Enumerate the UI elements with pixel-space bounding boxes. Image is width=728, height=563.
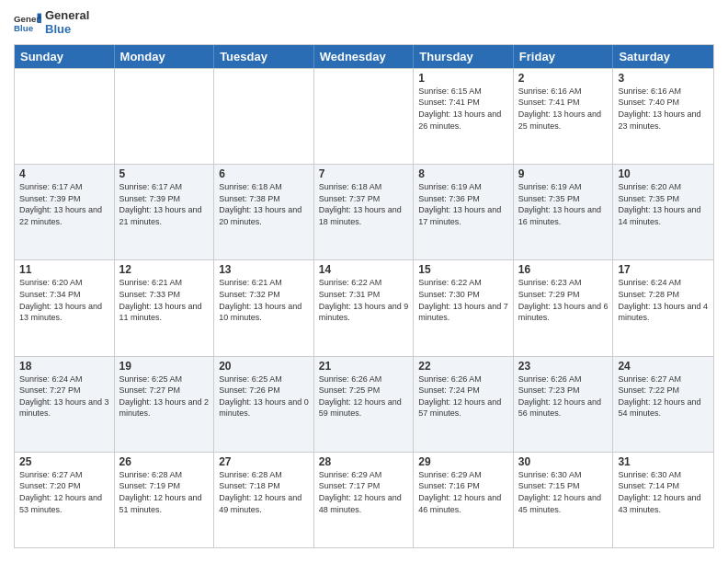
day-info: Sunrise: 6:30 AM Sunset: 7:14 PM Dayligh… xyxy=(618,469,709,515)
day-cell-4: 4Sunrise: 6:17 AM Sunset: 7:39 PM Daylig… xyxy=(15,165,115,259)
logo-blue: Blue xyxy=(45,23,119,37)
day-cell-empty-3 xyxy=(314,69,415,164)
header-day-sunday: Sunday xyxy=(15,45,115,68)
day-info: Sunrise: 6:19 AM Sunset: 7:36 PM Dayligh… xyxy=(418,181,508,227)
day-number: 11 xyxy=(19,263,109,276)
day-cell-17: 17Sunrise: 6:24 AM Sunset: 7:28 PM Dayli… xyxy=(613,260,713,355)
day-info: Sunrise: 6:24 AM Sunset: 7:27 PM Dayligh… xyxy=(19,373,109,419)
day-number: 18 xyxy=(19,360,109,373)
day-cell-27: 27Sunrise: 6:28 AM Sunset: 7:18 PM Dayli… xyxy=(214,453,314,547)
day-number: 27 xyxy=(219,455,309,468)
day-number: 26 xyxy=(119,455,210,468)
header-day-friday: Friday xyxy=(514,45,614,68)
day-cell-14: 14Sunrise: 6:22 AM Sunset: 7:31 PM Dayli… xyxy=(314,260,415,355)
day-number: 23 xyxy=(518,360,609,373)
day-info: Sunrise: 6:19 AM Sunset: 7:35 PM Dayligh… xyxy=(518,181,609,227)
day-cell-22: 22Sunrise: 6:26 AM Sunset: 7:24 PM Dayli… xyxy=(414,357,514,452)
day-number: 21 xyxy=(319,360,409,373)
day-cell-18: 18Sunrise: 6:24 AM Sunset: 7:27 PM Dayli… xyxy=(15,357,115,452)
day-number: 5 xyxy=(119,167,210,180)
day-info: Sunrise: 6:20 AM Sunset: 7:35 PM Dayligh… xyxy=(618,181,709,227)
day-info: Sunrise: 6:18 AM Sunset: 7:38 PM Dayligh… xyxy=(219,181,309,227)
day-cell-13: 13Sunrise: 6:21 AM Sunset: 7:32 PM Dayli… xyxy=(214,260,314,355)
calendar-header: SundayMondayTuesdayWednesdayThursdayFrid… xyxy=(15,45,713,68)
calendar: SundayMondayTuesdayWednesdayThursdayFrid… xyxy=(14,44,714,548)
day-cell-15: 15Sunrise: 6:22 AM Sunset: 7:30 PM Dayli… xyxy=(414,260,514,355)
day-cell-3: 3Sunrise: 6:16 AM Sunset: 7:40 PM Daylig… xyxy=(613,69,713,164)
header-day-monday: Monday xyxy=(115,45,215,68)
day-number: 29 xyxy=(418,455,508,468)
day-number: 6 xyxy=(219,167,309,180)
day-number: 2 xyxy=(518,72,609,85)
day-info: Sunrise: 6:22 AM Sunset: 7:31 PM Dayligh… xyxy=(319,277,409,323)
day-info: Sunrise: 6:23 AM Sunset: 7:29 PM Dayligh… xyxy=(518,277,609,323)
day-number: 10 xyxy=(618,167,709,180)
day-number: 17 xyxy=(618,263,709,276)
day-number: 19 xyxy=(119,360,210,373)
day-cell-5: 5Sunrise: 6:17 AM Sunset: 7:39 PM Daylig… xyxy=(115,165,215,259)
week-row-1: 1Sunrise: 6:15 AM Sunset: 7:41 PM Daylig… xyxy=(15,68,713,164)
week-row-4: 18Sunrise: 6:24 AM Sunset: 7:27 PM Dayli… xyxy=(15,356,713,452)
day-info: Sunrise: 6:29 AM Sunset: 7:16 PM Dayligh… xyxy=(418,469,508,515)
header-day-saturday: Saturday xyxy=(613,45,713,68)
day-info: Sunrise: 6:28 AM Sunset: 7:19 PM Dayligh… xyxy=(119,469,210,515)
day-cell-2: 2Sunrise: 6:16 AM Sunset: 7:41 PM Daylig… xyxy=(514,69,614,164)
day-number: 30 xyxy=(518,455,609,468)
day-info: Sunrise: 6:20 AM Sunset: 7:34 PM Dayligh… xyxy=(19,277,109,323)
day-cell-29: 29Sunrise: 6:29 AM Sunset: 7:16 PM Dayli… xyxy=(414,453,514,547)
day-info: Sunrise: 6:16 AM Sunset: 7:41 PM Dayligh… xyxy=(518,86,609,132)
header-day-tuesday: Tuesday xyxy=(214,45,314,68)
day-number: 16 xyxy=(518,263,609,276)
day-number: 4 xyxy=(19,167,109,180)
calendar-body: 1Sunrise: 6:15 AM Sunset: 7:41 PM Daylig… xyxy=(15,68,713,547)
week-row-5: 25Sunrise: 6:27 AM Sunset: 7:20 PM Dayli… xyxy=(15,452,713,547)
day-cell-19: 19Sunrise: 6:25 AM Sunset: 7:27 PM Dayli… xyxy=(115,357,215,452)
day-info: Sunrise: 6:21 AM Sunset: 7:32 PM Dayligh… xyxy=(219,277,309,323)
week-row-2: 4Sunrise: 6:17 AM Sunset: 7:39 PM Daylig… xyxy=(15,164,713,259)
day-info: Sunrise: 6:24 AM Sunset: 7:28 PM Dayligh… xyxy=(618,277,709,323)
day-number: 13 xyxy=(219,263,309,276)
day-cell-21: 21Sunrise: 6:26 AM Sunset: 7:25 PM Dayli… xyxy=(314,357,415,452)
day-info: Sunrise: 6:26 AM Sunset: 7:24 PM Dayligh… xyxy=(418,373,508,419)
day-number: 25 xyxy=(19,455,109,468)
day-number: 8 xyxy=(418,167,508,180)
day-cell-23: 23Sunrise: 6:26 AM Sunset: 7:23 PM Dayli… xyxy=(514,357,614,452)
header-day-wednesday: Wednesday xyxy=(314,45,415,68)
day-cell-24: 24Sunrise: 6:27 AM Sunset: 7:22 PM Dayli… xyxy=(613,357,713,452)
day-info: Sunrise: 6:26 AM Sunset: 7:23 PM Dayligh… xyxy=(518,373,609,419)
day-info: Sunrise: 6:16 AM Sunset: 7:40 PM Dayligh… xyxy=(618,86,709,132)
day-cell-31: 31Sunrise: 6:30 AM Sunset: 7:14 PM Dayli… xyxy=(613,453,713,547)
week-row-3: 11Sunrise: 6:20 AM Sunset: 7:34 PM Dayli… xyxy=(15,259,713,355)
day-cell-26: 26Sunrise: 6:28 AM Sunset: 7:19 PM Dayli… xyxy=(115,453,215,547)
day-info: Sunrise: 6:27 AM Sunset: 7:20 PM Dayligh… xyxy=(19,469,109,515)
day-number: 22 xyxy=(418,360,508,373)
day-info: Sunrise: 6:17 AM Sunset: 7:39 PM Dayligh… xyxy=(19,181,109,227)
logo-icon: General Blue xyxy=(14,12,41,34)
day-info: Sunrise: 6:28 AM Sunset: 7:18 PM Dayligh… xyxy=(219,469,309,515)
day-cell-7: 7Sunrise: 6:18 AM Sunset: 7:37 PM Daylig… xyxy=(314,165,415,259)
day-info: Sunrise: 6:15 AM Sunset: 7:41 PM Dayligh… xyxy=(418,86,508,132)
day-cell-9: 9Sunrise: 6:19 AM Sunset: 7:35 PM Daylig… xyxy=(514,165,614,259)
day-cell-empty-2 xyxy=(214,69,314,164)
header-day-thursday: Thursday xyxy=(414,45,514,68)
day-number: 14 xyxy=(319,263,409,276)
day-cell-20: 20Sunrise: 6:25 AM Sunset: 7:26 PM Dayli… xyxy=(214,357,314,452)
day-cell-empty-1 xyxy=(115,69,215,164)
day-info: Sunrise: 6:29 AM Sunset: 7:17 PM Dayligh… xyxy=(319,469,409,515)
day-number: 31 xyxy=(618,455,709,468)
day-cell-12: 12Sunrise: 6:21 AM Sunset: 7:33 PM Dayli… xyxy=(115,260,215,355)
svg-text:Blue: Blue xyxy=(14,23,34,33)
day-cell-6: 6Sunrise: 6:18 AM Sunset: 7:38 PM Daylig… xyxy=(214,165,314,259)
day-cell-30: 30Sunrise: 6:30 AM Sunset: 7:15 PM Dayli… xyxy=(514,453,614,547)
day-number: 20 xyxy=(219,360,309,373)
day-number: 12 xyxy=(119,263,210,276)
day-number: 1 xyxy=(418,72,508,85)
day-cell-1: 1Sunrise: 6:15 AM Sunset: 7:41 PM Daylig… xyxy=(414,69,514,164)
day-info: Sunrise: 6:27 AM Sunset: 7:22 PM Dayligh… xyxy=(618,373,709,419)
day-cell-11: 11Sunrise: 6:20 AM Sunset: 7:34 PM Dayli… xyxy=(15,260,115,355)
day-number: 15 xyxy=(418,263,508,276)
day-number: 3 xyxy=(618,72,709,85)
day-number: 9 xyxy=(518,167,609,180)
day-info: Sunrise: 6:25 AM Sunset: 7:26 PM Dayligh… xyxy=(219,373,309,419)
logo: General Blue General Blue xyxy=(14,9,119,37)
